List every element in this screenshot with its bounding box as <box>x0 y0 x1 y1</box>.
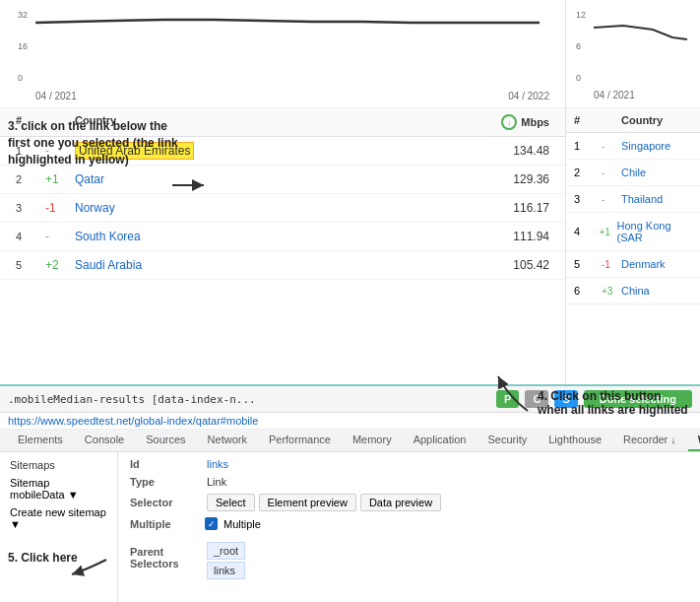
svg-text:6: 6 <box>576 41 581 51</box>
arrow-to-done <box>478 357 538 416</box>
tab-application[interactable]: Application <box>404 430 477 451</box>
field-selector: Selector Select Element preview Data pre… <box>130 494 688 511</box>
right-panel: 12 6 0 04 / 2021 # Country 1 - Singapor <box>566 0 700 384</box>
arrow-to-qatar <box>172 175 212 195</box>
tab-console[interactable]: Console <box>75 430 134 451</box>
table-row: 4 +1 Hong Kong (SAR <box>566 213 700 251</box>
table-row: 4 - South Korea 111.94 <box>0 223 565 251</box>
table-row: 5 -1 Denmark <box>566 251 700 278</box>
country-link-hongkong[interactable]: Hong Kong (SAR <box>617 220 693 243</box>
table-row: 3 -1 Norway 116.17 <box>0 194 565 223</box>
multiple-checkbox[interactable]: ✓ <box>205 517 218 530</box>
table-row: 5 +2 Saudi Arabia 105.42 <box>0 251 565 280</box>
right-chart-label: 04 / 2021 <box>574 90 692 100</box>
country-link-thailand[interactable]: Thailand <box>621 193 663 205</box>
btn-data-preview[interactable]: Data preview <box>360 494 441 511</box>
svg-text:12: 12 <box>576 10 586 20</box>
btn-element-preview[interactable]: Element preview <box>259 494 356 511</box>
btn-select[interactable]: Select <box>207 494 255 511</box>
parent-root: _root <box>207 542 245 560</box>
left-chart-labels: 04 / 2021 04 / 2022 <box>16 91 549 101</box>
table-row: 2 - Chile <box>566 160 700 186</box>
selector-buttons: Select Element preview Data preview <box>207 494 441 511</box>
annotation-step3: 3. click on the link below the first one… <box>8 118 180 167</box>
nav-sitemap-mobile[interactable]: Sitemap mobileData ▼ <box>4 474 113 503</box>
parent-links: links <box>207 562 245 579</box>
country-link-saudiarabia[interactable]: Saudi Arabia <box>75 258 142 272</box>
left-panel: 32 16 0 04 / 2021 04 / 2022 # Country <box>0 0 566 384</box>
tab-memory[interactable]: Memory <box>343 430 402 451</box>
right-header-country: Country <box>621 114 663 126</box>
arrow-to-save <box>67 555 116 584</box>
multiple-row: Multiple ✓ Multiple <box>130 517 688 530</box>
parent-selectors-row: Parent Selectors _root links <box>130 536 688 579</box>
tab-sources[interactable]: Sources <box>136 430 195 451</box>
tab-elements[interactable]: Elements <box>8 430 73 451</box>
field-type: Type Link <box>130 476 688 488</box>
right-chart: 12 6 0 04 / 2021 <box>566 0 700 108</box>
svg-text:0: 0 <box>18 73 23 83</box>
country-link-southkorea[interactable]: South Korea <box>75 230 141 243</box>
scraper-main: Id links Type Link Selector Select Eleme… <box>118 452 700 602</box>
tab-security[interactable]: Security <box>477 430 537 451</box>
tab-performance[interactable]: Performance <box>259 430 341 451</box>
country-link-qatar[interactable]: Qatar <box>75 172 104 186</box>
svg-text:0: 0 <box>576 73 581 83</box>
field-id-value: links <box>207 458 228 470</box>
country-link-china[interactable]: China <box>621 285 650 297</box>
country-link-chile[interactable]: Chile <box>621 167 646 178</box>
tab-network[interactable]: Network <box>198 430 257 451</box>
header-mbps: ↓ Mbps <box>471 114 549 130</box>
table-row: 6 +3 China <box>566 278 700 304</box>
nav-sitemaps[interactable]: Sitemaps <box>4 456 113 474</box>
right-table-header: # Country <box>566 108 700 133</box>
right-header-rank: # <box>574 114 602 126</box>
svg-text:32: 32 <box>18 10 28 20</box>
parent-selectors-area: _root links <box>207 540 245 579</box>
table-row: 3 - Thailand <box>566 186 700 213</box>
annotation-step4: 4. Click on this button when all links a… <box>538 389 690 464</box>
country-link-denmark[interactable]: Denmark <box>621 258 666 270</box>
table-row: 1 - Singapore <box>566 133 700 160</box>
chart-x-start: 04 / 2021 <box>35 91 77 101</box>
nav-create-sitemap[interactable]: Create new sitemap ▼ <box>4 503 113 533</box>
sort-icon: ↓ <box>501 114 517 130</box>
table-row: 2 +1 Qatar 129.36 <box>0 166 565 194</box>
main-content: 32 16 0 04 / 2021 04 / 2022 # Country <box>0 0 700 384</box>
chart-x-end: 04 / 2022 <box>508 91 549 101</box>
field-type-value: Link <box>207 476 226 488</box>
selector-text: .mobileMedian-results [data-index-n... <box>8 393 490 406</box>
left-chart: 32 16 0 04 / 2021 04 / 2022 <box>0 0 565 108</box>
country-link-norway[interactable]: Norway <box>75 201 115 215</box>
country-link-singapore[interactable]: Singapore <box>621 140 670 152</box>
svg-text:16: 16 <box>18 41 28 51</box>
